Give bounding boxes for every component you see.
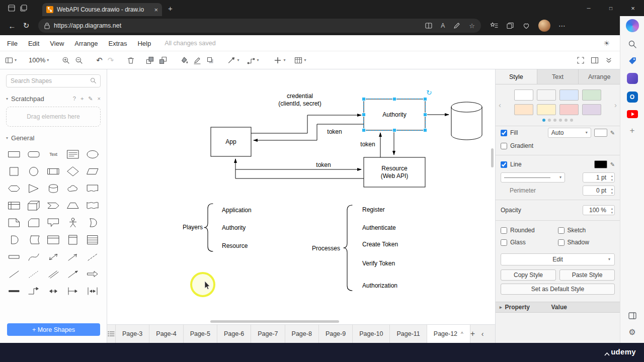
page-tab-page-4[interactable]: Page-4 bbox=[149, 325, 183, 343]
add-sidebar-item-icon[interactable]: + bbox=[630, 126, 635, 136]
fill-color-button[interactable] bbox=[180, 56, 188, 64]
shape-arrow-bar-icon[interactable] bbox=[63, 284, 83, 299]
rounded-checkbox[interactable] bbox=[501, 227, 507, 234]
copy-style-button[interactable]: Copy Style bbox=[501, 269, 556, 281]
shape-and-icon[interactable] bbox=[4, 232, 24, 247]
add-page-button[interactable]: + bbox=[470, 325, 475, 343]
shape-step-icon[interactable] bbox=[43, 198, 63, 213]
zoom-in-button[interactable] bbox=[62, 56, 70, 64]
shape-cloud-icon[interactable] bbox=[63, 181, 83, 196]
shape-tape-icon[interactable] bbox=[83, 198, 103, 213]
maximize-button[interactable]: □ bbox=[600, 0, 622, 16]
scratchpad-close-icon[interactable]: × bbox=[98, 96, 101, 102]
preset-dot[interactable] bbox=[559, 119, 562, 122]
shape-callout-icon[interactable] bbox=[43, 215, 63, 230]
style-preset-swatch[interactable] bbox=[537, 89, 556, 101]
processes-item[interactable]: Register bbox=[362, 206, 385, 213]
presets-prev-icon[interactable]: ‹ bbox=[499, 101, 501, 109]
menu-view[interactable]: View bbox=[50, 40, 64, 47]
expander-icon[interactable]: ▸ bbox=[500, 305, 502, 310]
shape-elbow-arrow-icon[interactable] bbox=[24, 284, 43, 299]
menu-file[interactable]: File bbox=[7, 40, 18, 47]
shape-directional-connector-icon[interactable] bbox=[63, 266, 83, 282]
outlook-icon[interactable]: O bbox=[627, 92, 638, 103]
shape-document-icon[interactable] bbox=[83, 181, 103, 196]
waypoints-button[interactable]: ▾ bbox=[247, 56, 259, 64]
shape-list-item-icon[interactable] bbox=[4, 249, 24, 264]
style-preset-swatch[interactable] bbox=[559, 104, 579, 115]
set-default-style-button[interactable]: Set as Default Style bbox=[501, 284, 615, 295]
page-tab-page-5[interactable]: Page-5 bbox=[184, 325, 217, 343]
m365-icon[interactable] bbox=[627, 73, 638, 84]
page-tab-page-12[interactable]: Page-12^ bbox=[427, 325, 470, 343]
fullscreen-icon[interactable] bbox=[577, 56, 585, 64]
insert-button[interactable]: ▾ bbox=[274, 56, 285, 64]
players-label[interactable]: Players bbox=[166, 224, 203, 231]
processes-item[interactable]: Authorization bbox=[362, 282, 397, 289]
back-button[interactable]: ← bbox=[5, 19, 19, 33]
processes-label[interactable]: Processes bbox=[296, 245, 340, 252]
stepper-down-icon[interactable]: ▾ bbox=[611, 211, 613, 215]
connection-style-button[interactable]: ▾ bbox=[227, 56, 239, 64]
token-label-app[interactable]: token bbox=[320, 128, 349, 135]
token-label-resource[interactable]: token bbox=[309, 161, 338, 168]
page-tab-page-9[interactable]: Page-9 bbox=[319, 325, 353, 343]
stepper-up-icon[interactable]: ▴ bbox=[611, 207, 613, 211]
shape-list-icon[interactable] bbox=[83, 232, 103, 247]
scratchpad-help-icon[interactable]: ? bbox=[73, 96, 76, 102]
resource-node-label[interactable]: Resource (Web API) bbox=[364, 157, 425, 187]
menu-edit[interactable]: Edit bbox=[28, 40, 39, 47]
style-preset-swatch[interactable] bbox=[582, 89, 601, 101]
fill-color-chip[interactable] bbox=[594, 129, 607, 137]
more-shapes-button[interactable]: + More Shapes bbox=[7, 323, 100, 336]
scratchpad-drop-area[interactable]: Drag elements here bbox=[6, 107, 101, 127]
preset-pagination-dots[interactable] bbox=[508, 119, 608, 122]
page-tab-page-3[interactable]: Page-3 bbox=[116, 325, 149, 343]
table-button[interactable]: ▾ bbox=[294, 56, 306, 64]
scratchpad-header[interactable]: ▾ Scratchpad ? + ✎ × bbox=[0, 92, 107, 106]
url-text[interactable]: https://app.diagrams.net bbox=[54, 22, 421, 29]
favorite-star-icon[interactable]: ☆ bbox=[469, 22, 475, 30]
format-tab-style[interactable]: Style bbox=[496, 69, 537, 84]
profile-avatar[interactable] bbox=[538, 20, 550, 32]
fill-checkbox[interactable] bbox=[501, 130, 507, 136]
read-aloud-icon[interactable]: A bbox=[441, 22, 445, 29]
shape-cube-icon[interactable] bbox=[24, 198, 43, 213]
menu-help[interactable]: Help bbox=[137, 40, 151, 47]
fill-color-edit-icon[interactable]: ✎ bbox=[610, 130, 615, 136]
canvas-vertical-scrollbar[interactable] bbox=[491, 148, 494, 167]
processes-item[interactable]: Authenticate bbox=[362, 224, 396, 231]
minimize-button[interactable]: ─ bbox=[578, 0, 600, 16]
stepper-down-icon[interactable]: ▾ bbox=[611, 191, 613, 195]
fill-mode-select[interactable]: Auto ▾ bbox=[548, 128, 591, 138]
zoom-out-button[interactable] bbox=[75, 56, 83, 64]
stepper-down-icon[interactable]: ▾ bbox=[611, 178, 613, 182]
shape-process-icon[interactable] bbox=[43, 164, 63, 179]
to-front-button[interactable] bbox=[146, 56, 154, 64]
style-preset-swatch[interactable] bbox=[514, 104, 533, 115]
to-back-button[interactable] bbox=[159, 56, 167, 64]
customize-sidebar-icon[interactable] bbox=[628, 311, 637, 320]
line-color-edit-icon[interactable]: ✎ bbox=[610, 161, 615, 168]
toggle-sketch[interactable]: Sketch bbox=[558, 224, 615, 236]
players-item[interactable]: Authority bbox=[222, 224, 246, 231]
glass-checkbox[interactable] bbox=[501, 239, 507, 246]
page-tab-page-11[interactable]: Page-11 bbox=[390, 325, 427, 343]
edit-pen-icon[interactable] bbox=[453, 22, 461, 30]
style-preset-swatch[interactable] bbox=[559, 89, 579, 101]
format-panel-toggle-icon[interactable] bbox=[591, 56, 599, 64]
style-preset-swatch[interactable] bbox=[537, 104, 556, 115]
zoom-select[interactable]: 100% ▾ bbox=[29, 56, 49, 64]
general-section-header[interactable]: ▾ General bbox=[0, 131, 107, 145]
processes-item[interactable]: Verify Token bbox=[362, 260, 395, 267]
paste-style-button[interactable]: Paste Style bbox=[559, 269, 615, 281]
authority-node-label[interactable]: Authority bbox=[364, 99, 425, 130]
page-menu-caret-icon[interactable]: ^ bbox=[461, 331, 463, 337]
split-screen-icon[interactable] bbox=[425, 22, 433, 30]
shape-thick-arrow-icon[interactable] bbox=[83, 266, 103, 282]
shape-bidirectional-bar-icon[interactable] bbox=[83, 284, 103, 299]
delete-button[interactable] bbox=[127, 56, 135, 64]
shape-text-icon[interactable]: Text bbox=[43, 147, 63, 162]
view-button[interactable]: ▾ bbox=[5, 56, 17, 64]
rotate-handle-icon[interactable]: ↻ bbox=[426, 88, 432, 97]
